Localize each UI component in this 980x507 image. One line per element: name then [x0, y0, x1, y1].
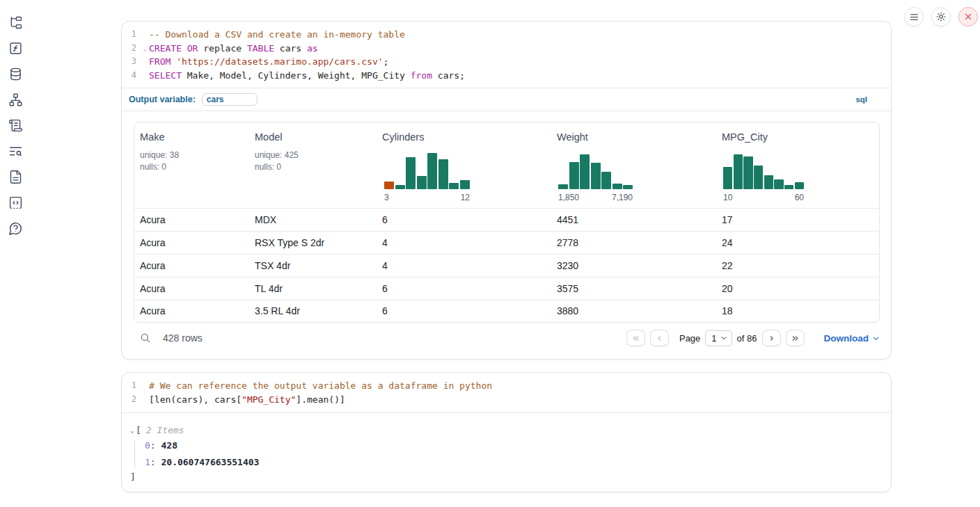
- stat-line: nulls: 0: [140, 161, 244, 173]
- sidebar-logs-button[interactable]: [8, 143, 23, 159]
- histogram-bar[interactable]: [774, 179, 783, 190]
- table-cell: MDX: [249, 214, 377, 225]
- snippets-icon: [8, 195, 23, 210]
- histogram-bar[interactable]: [743, 156, 752, 189]
- histogram-bar[interactable]: [449, 183, 459, 189]
- line-number: 4: [132, 69, 136, 83]
- histogram-bar[interactable]: [417, 176, 427, 190]
- sidebar-file-explorer-button[interactable]: [8, 15, 23, 30]
- table-footer: 428 rows Page 1: [134, 328, 880, 348]
- sidebar-scratchpad-button[interactable]: [8, 118, 23, 133]
- line-number: 1: [132, 379, 136, 393]
- column-histogram: 1,8507,190: [557, 151, 711, 202]
- total-pages-label: of 86: [737, 333, 757, 344]
- table-cell: 2778: [551, 237, 716, 248]
- column-name: Cylinders: [382, 131, 546, 143]
- histogram-bar[interactable]: [612, 184, 622, 190]
- code-line[interactable]: 3FROM 'https://datasets.marimo.app/cars.…: [122, 55, 891, 69]
- search-button[interactable]: [139, 332, 152, 344]
- histogram-bar[interactable]: [569, 162, 579, 190]
- column-header-make[interactable]: Makeunique: 38nulls: 0: [134, 122, 249, 208]
- code-line[interactable]: 4SELECT Make, Model, Cylinders, Weight, …: [122, 69, 891, 83]
- table-cell: TSX 4dr: [249, 260, 377, 271]
- previous-page-button[interactable]: [650, 330, 669, 346]
- collapse-chevron-icon[interactable]: ⌄: [130, 426, 134, 434]
- code-line[interactable]: 2⌄CREATE OR replace TABLE cars as: [122, 42, 891, 56]
- sql-cell: 1-- Download a CSV and create an in-memo…: [121, 21, 892, 360]
- output-variable-label: Output variable:: [129, 95, 196, 104]
- line-number: 2: [132, 393, 136, 407]
- item-index: 1: [145, 457, 150, 467]
- table-cell: Acura: [134, 237, 249, 248]
- histogram-bar[interactable]: [591, 163, 601, 190]
- table-row[interactable]: AcuraTSX 4dr4323022: [134, 254, 879, 277]
- table-cell: 17: [716, 214, 879, 225]
- download-label: Download: [824, 333, 869, 344]
- histogram-bar[interactable]: [601, 172, 611, 189]
- column-header-weight[interactable]: Weight1,8507,190: [551, 122, 716, 208]
- histogram-bar[interactable]: [427, 153, 437, 189]
- histogram-bar[interactable]: [406, 157, 416, 190]
- notebook-cells: 1-- Download a CSV and create an in-memo…: [121, 21, 892, 492]
- histogram-bar[interactable]: [784, 185, 793, 189]
- python-code-editor[interactable]: 1# We can reference the output variable …: [122, 373, 891, 412]
- sidebar-variables-button[interactable]: [8, 40, 23, 56]
- shutdown-button[interactable]: [958, 7, 978, 26]
- sidebar-snippets-button[interactable]: [8, 195, 23, 210]
- histogram-bar[interactable]: [754, 166, 763, 190]
- column-header-cylinders[interactable]: Cylinders312: [377, 122, 551, 208]
- fold-chevron-icon[interactable]: ⌄: [143, 42, 147, 56]
- code-line[interactable]: 2[len(cars), cars["MPG_City"].mean()]: [122, 393, 891, 407]
- column-name: Weight: [557, 131, 711, 143]
- line-number: 2: [132, 42, 136, 56]
- download-button[interactable]: Download: [824, 333, 880, 344]
- column-header-model[interactable]: Modelunique: 425nulls: 0: [249, 122, 377, 208]
- python-cell: 1# We can reference the output variable …: [121, 372, 892, 492]
- sidebar-dependency-graph-button[interactable]: [8, 92, 23, 107]
- table-row[interactable]: Acura3.5 RL 4dr6388018: [134, 300, 879, 323]
- menu-button[interactable]: [904, 7, 924, 26]
- code-line[interactable]: 1# We can reference the output variable …: [122, 379, 891, 393]
- table-row[interactable]: AcuraTL 4dr6357520: [134, 277, 879, 300]
- histogram-bar[interactable]: [395, 185, 405, 189]
- line-gutter: 2: [122, 393, 149, 407]
- sidebar-datasources-button[interactable]: [8, 66, 23, 81]
- python-output: ⌄ [ 2 Items 0: 4281: 20.060747663551403 …: [122, 413, 891, 492]
- line-gutter: 3: [122, 55, 149, 69]
- histogram-bar[interactable]: [580, 154, 590, 190]
- page-select-value: 1: [711, 333, 716, 344]
- page-select[interactable]: 1: [705, 330, 732, 346]
- line-gutter: 1: [122, 28, 149, 42]
- first-page-button[interactable]: [626, 330, 645, 346]
- table-cell: RSX Type S 2dr: [249, 237, 377, 248]
- line-gutter: 2⌄: [122, 42, 149, 56]
- histogram-bar[interactable]: [734, 154, 743, 190]
- sidebar-help-button[interactable]: [8, 220, 23, 236]
- histogram-bar[interactable]: [764, 175, 773, 189]
- sidebar-documentation-button[interactable]: [8, 169, 23, 184]
- table-row[interactable]: AcuraMDX6445117: [134, 208, 879, 231]
- histogram-bar[interactable]: [460, 180, 470, 189]
- settings-button[interactable]: [931, 7, 951, 26]
- next-page-button[interactable]: [762, 330, 781, 346]
- search-icon: [139, 332, 152, 344]
- code-line[interactable]: 1-- Download a CSV and create an in-memo…: [122, 28, 891, 42]
- settings-gear-icon: [935, 11, 947, 22]
- stat-line: unique: 38: [140, 150, 244, 161]
- histogram-bar[interactable]: [795, 182, 804, 189]
- output-variable-input[interactable]: [202, 93, 258, 106]
- last-page-button[interactable]: [786, 330, 805, 346]
- file-tree-icon: [8, 15, 23, 30]
- column-stats: unique: 38nulls: 0: [140, 150, 244, 172]
- histogram-bar[interactable]: [438, 159, 448, 189]
- histogram-bar[interactable]: [384, 182, 394, 189]
- page-label: Page: [679, 333, 700, 344]
- item-value: 428: [161, 440, 177, 451]
- sql-code-editor[interactable]: 1-- Download a CSV and create an in-memo…: [122, 22, 891, 88]
- table-row[interactable]: AcuraRSX Type S 2dr4277824: [134, 231, 879, 254]
- column-header-mpg_city[interactable]: MPG_City1060: [716, 122, 879, 208]
- histogram-bar[interactable]: [558, 184, 568, 189]
- histogram-bar[interactable]: [623, 185, 633, 190]
- histogram-bar[interactable]: [723, 167, 732, 189]
- code-text: # We can reference the output variable a…: [149, 379, 492, 393]
